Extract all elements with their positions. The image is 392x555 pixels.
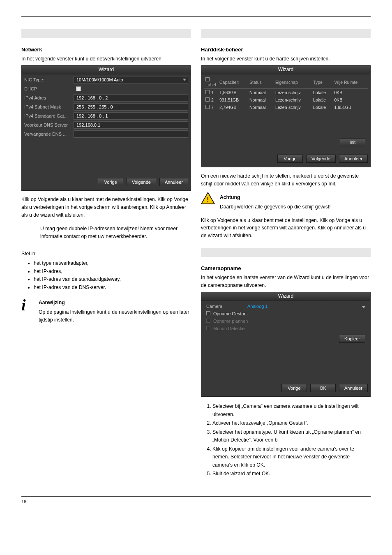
- bullet-item: het IP-adres,: [34, 268, 191, 276]
- dns1-label: Voorkeur DNS Server: [24, 123, 74, 127]
- opname-plannen-label: Opname plannen: [213, 319, 248, 324]
- header-rule: [21, 16, 371, 17]
- page-number: 18: [21, 497, 371, 504]
- ipv4-mask-label: IPv4 Subnet Mask: [24, 104, 74, 109]
- hdd-para: Om een nieuwe harde schijf in te stellen…: [201, 172, 371, 188]
- dhcp-label: DHCP: [24, 86, 74, 91]
- section-bar-camera: [201, 248, 371, 257]
- section-bar-hdd: [201, 29, 371, 38]
- ipv4-addr-label: IPv4 Adres: [24, 95, 74, 100]
- table-row[interactable]: 2 931.51GB Normaal Lezen-schrijv Lokale …: [204, 96, 368, 104]
- table-row[interactable]: 1 1,863GB Normaal Lezen-schrijv Lokale 0…: [204, 88, 368, 96]
- ipv4-mask-input[interactable]: 255 . 255 . 255 . 0: [74, 103, 188, 111]
- col-cap: Capaciteit: [218, 76, 248, 89]
- prev-button[interactable]: Vorige: [98, 178, 123, 186]
- init-button[interactable]: Init: [340, 138, 365, 146]
- wizard-title: Wizard: [201, 66, 370, 74]
- motion-detectie-label: Motion Detectie: [213, 326, 244, 331]
- hdd-caution: Daarbij worden alle gegevens op die schi…: [220, 203, 371, 211]
- wizard-camera: Wizard Camera Analoog 1 Opname Gestart. …: [201, 292, 371, 397]
- bullets-intro: Stel in:: [21, 250, 191, 258]
- hdd-table: Label Capaciteit Status Eigenschap Type …: [204, 76, 368, 111]
- opname-plannen-checkbox[interactable]: [206, 319, 210, 323]
- section-title-netwerk: Netwerk: [21, 46, 191, 53]
- step-item: Selecteer het opnametype. U kunt kiezen …: [212, 428, 371, 444]
- step-item: Klik op Kopieer om de instellingen voor …: [212, 445, 371, 469]
- note-text: Op de pagina Instellingen kunt u de netw…: [39, 308, 191, 324]
- row-checkbox[interactable]: [205, 105, 210, 109]
- hdd-buttons-para: Klik op Volgende als u klaar bent met de…: [201, 217, 371, 240]
- caution-text: U mag geen dubbele IP-adressen toewijzen…: [40, 225, 191, 240]
- chevron-down-icon: [183, 79, 186, 81]
- wizard-hdd: Wizard Label Capaciteit Status Eigenscha…: [201, 65, 371, 167]
- wizard-network: Wizard NIC Type: 10M/100M/1000M Auto DHC…: [21, 65, 191, 191]
- prev-button[interactable]: Vorige: [281, 384, 307, 392]
- col-status: Status: [248, 76, 274, 89]
- hdd-intro: In het volgende venster kunt u de harde …: [201, 55, 371, 63]
- step-item: Activeer het keuzevakje „Opname Gestart”…: [212, 419, 371, 428]
- col-type: Type: [311, 76, 332, 89]
- bullet-item: het IP-adres van de DNS-server.: [34, 284, 191, 292]
- row-checkbox[interactable]: [205, 97, 210, 102]
- camera-intro: In het volgende en laatste venster van d…: [201, 274, 371, 289]
- nic-type-label: NIC Type:: [24, 77, 74, 82]
- netwerk-intro: In het volgende venster kunt u de netwer…: [21, 55, 191, 63]
- dhcp-checkbox[interactable]: [76, 86, 81, 91]
- ipv4-gw-label: IPv4 Standaard Gat...: [24, 113, 74, 118]
- select-all-checkbox[interactable]: [205, 77, 210, 81]
- cancel-button[interactable]: Annuleer: [159, 178, 188, 186]
- nic-type-dropdown[interactable]: 10M/100M/1000M Auto: [74, 76, 188, 83]
- col-eig: Eigenschap: [274, 76, 311, 89]
- cancel-button[interactable]: Annuleer: [339, 155, 368, 163]
- nic-type-value: 10M/100M/1000M Auto: [76, 77, 123, 82]
- step-item: Sluit de wizard af met OK.: [212, 470, 371, 478]
- prev-button[interactable]: Vorige: [277, 155, 303, 163]
- dns1-input[interactable]: 192.168.0.1: [74, 121, 188, 129]
- wizard-title: Wizard: [201, 292, 370, 301]
- dns2-input[interactable]: [74, 130, 188, 138]
- wizard-title: Wizard: [22, 66, 191, 74]
- cancel-button[interactable]: Annuleer: [339, 384, 368, 392]
- buttons-para: Klik op Volgende als u klaar bent met de…: [21, 196, 191, 219]
- opname-gestart-label: Opname Gestart.: [213, 311, 248, 316]
- section-title-hdd: Harddisk-beheer: [201, 46, 371, 53]
- next-button[interactable]: Volgende: [127, 178, 156, 186]
- camera-label: Camera: [206, 304, 247, 309]
- next-button[interactable]: Volgende: [306, 155, 336, 163]
- table-row[interactable]: 7 2,794GB Normaal Lezen-schrijv Lokale 1…: [204, 104, 368, 111]
- chevron-down-icon: [362, 306, 365, 308]
- step-item: Selecteer bij „Camera” een camera waarme…: [212, 402, 371, 419]
- bullet-item: het type netwerkadapter,: [34, 259, 191, 268]
- info-icon: i: [21, 297, 34, 326]
- kopieer-button[interactable]: Kopieer: [339, 335, 365, 343]
- row-checkbox[interactable]: [205, 90, 210, 94]
- bullets-list: het type netwerkadapter, het IP-adres, h…: [34, 259, 191, 291]
- section-bar-netwerk: [21, 29, 191, 38]
- steps-list: Selecteer bij „Camera” een camera waarme…: [212, 402, 371, 478]
- camera-dropdown[interactable]: Analoog 1: [247, 304, 365, 309]
- note-title: Aanwijzing: [39, 299, 191, 307]
- motion-detectie-checkbox[interactable]: [206, 326, 210, 330]
- opname-gestart-checkbox[interactable]: [206, 311, 210, 315]
- section-title-camera: Cameraopname: [201, 265, 371, 271]
- ipv4-addr-input[interactable]: 192 . 168 . 0 . 2: [74, 94, 188, 102]
- ipv4-gw-input[interactable]: 192 . 168 . 0 . 1: [74, 112, 188, 120]
- bullet-item: het IP-adres van de standaardgateway,: [34, 275, 191, 284]
- col-vrij: Vrije Ruimte: [332, 76, 368, 89]
- dns2-label: Vervangende DNS ...: [24, 132, 74, 136]
- ok-button[interactable]: OK: [310, 384, 336, 392]
- warning-icon: !: [201, 192, 215, 204]
- svg-text:!: !: [207, 196, 209, 203]
